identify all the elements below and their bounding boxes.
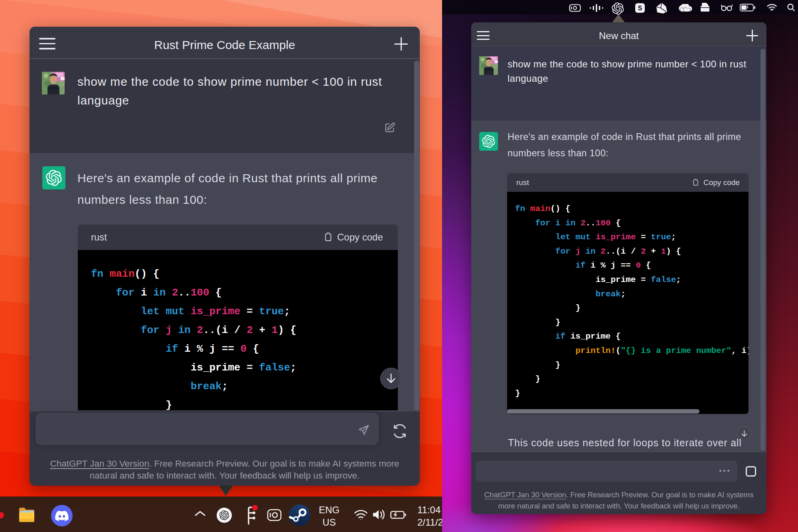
svg-text:S: S [638, 5, 642, 12]
